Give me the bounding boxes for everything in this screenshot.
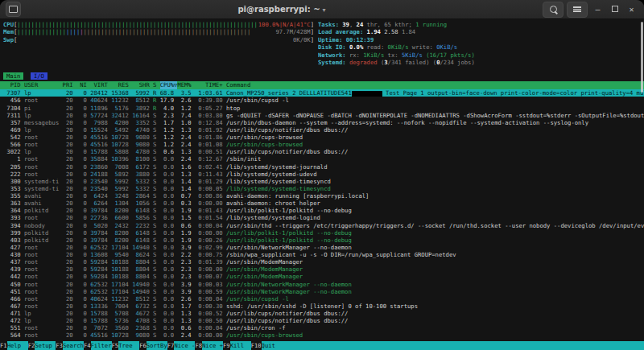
redacted-text [352,91,382,97]
stats-line-4: Network: rx: 1KiB/s tx: 5KiB/s (16/17 pk… [318,51,641,59]
search-icon [550,6,557,13]
process-row[interactable]: 456 root 20 0 40624 11232 8512 R 17.9 2.… [0,97,644,104]
scrollbar-thumb[interactable] [641,22,643,93]
process-row[interactable]: 364 polkitd 20 0 39784 8200 6148 S 0.0 1… [0,207,644,214]
header-cols-right[interactable]: MEM% TIME+ Command [177,81,250,89]
process-row[interactable]: 467 root 20 0 13336 7004 6732 S 0.0 1.7 … [0,303,644,310]
fkey-f4[interactable]: F4 [84,341,91,350]
fkey-f6[interactable]: F6 [139,341,147,350]
stats-line-5: Systemd: degraded (3/341 failed) (0/234 … [318,59,641,66]
process-row[interactable]: 357 messagebus 20 0 7988 4200 3352 S 1.7… [0,119,644,126]
process-row[interactable]: 439 root 20 0 59284 10188 8804 S 0.0 2.3… [0,266,644,273]
process-row[interactable]: 442 root 20 0 59284 10188 8804 S 0.0 2.3… [0,273,644,280]
fkey-label-search[interactable]: Search [63,341,84,350]
mem-meter: Mem[||||||||||||||||||||||||||||||||||||… [3,28,314,35]
process-row[interactable]: 7311 lp 20 0 57724 32412 16164 S 2.3 7.4… [0,112,644,119]
table-header: PID USER PRI NI VIRT RES SHR S CPU%▽MEM%… [0,81,644,89]
meters-column: CPU[||||||||||||||||||||||||||||||||||||… [3,21,314,66]
process-list: 7307 lp 20 0 28412 15368 5992 R 68.8 3.5… [0,89,644,341]
process-row[interactable]: 205 root 20 0 23860 7008 6172 S 0.0 1.6 … [0,163,644,171]
tab-main[interactable]: Main [3,72,23,80]
mem-meter-value: 97.7M/428M [275,28,310,35]
process-row[interactable]: 394 nobody 20 0 5020 2432 2232 S 0.0 0.6… [0,222,644,229]
function-key-bar: F1Help F2Setup F3SearchF4FilterF5Tree F6… [0,341,644,350]
hamburger-icon [573,6,581,13]
fkey-label-filter[interactable]: Filter [91,341,112,350]
process-row[interactable]: 451 root 20 0 62532 17104 14940 S 0.0 3.… [0,288,644,295]
process-row[interactable]: 300 systemd-ti 20 0 23540 5992 5332 S 0.… [0,178,644,185]
htop-screen: CPU[||||||||||||||||||||||||||||||||||||… [0,19,644,350]
process-row[interactable]: 564 root 20 0 45516 10728 9080 S 0.0 2.4… [0,331,644,339]
fkey-label-quit[interactable]: Quit [262,341,644,350]
process-row[interactable]: 1 root 20 0 35884 10396 8100 S 0.0 2.4 0… [0,155,644,163]
maximize-button[interactable] [608,2,621,17]
process-row[interactable]: 472 lp 20 0 15788 5736 4708 S 0.0 1.3 0:… [0,317,644,324]
header-gap [0,66,644,72]
process-row[interactable]: 566 root 20 0 45516 10728 9080 S 1.2 2.4… [0,141,644,148]
fkey-f5[interactable]: F5 [112,341,119,350]
process-row[interactable]: 7304 pi 20 0 11896 5176 3892 R 4.0 1.2 0… [0,105,644,112]
fkey-label-nice[interactable]: Nice + [202,341,223,350]
menu-button[interactable] [567,2,588,18]
titlebar: pi@raspberrypi: ~▾ – ✕ [0,0,644,19]
process-row[interactable]: 469 lp 20 0 15524 5492 4740 S 1.2 1.3 0:… [0,126,644,134]
process-row[interactable]: 3022 lp 20 0 15788 5808 4780 S 0.6 1.3 0… [0,148,644,155]
fkey-label-nice[interactable]: Nice - [174,341,195,350]
fkey-f9[interactable]: F9 [223,341,230,350]
fkey-label-tree[interactable]: Tree [118,341,139,350]
htop-header: CPU[||||||||||||||||||||||||||||||||||||… [0,19,644,66]
terminal-window: pi@raspberrypi: ~▾ – ✕ CPU[|||||||||||||… [0,0,644,350]
maximize-icon [612,6,618,12]
process-row[interactable]: 466 root 20 0 40624 11232 8512 S 0.0 2.6… [0,295,644,303]
process-row[interactable]: 355 avahi 20 0 6424 3248 2864 S 0.0 0.7 … [0,192,644,200]
process-row[interactable]: 437 root 20 0 59284 10188 8804 S 0.0 2.3… [0,258,644,266]
process-row[interactable]: 353 systemd-ti 20 0 23540 5992 5332 S 0.… [0,185,644,192]
cpu-meter-bar: ||||||||||||||||||||||||||||||||||||||||… [17,21,258,28]
fkey-f3[interactable]: F3 [56,341,63,350]
search-button[interactable] [543,2,564,18]
process-row[interactable]: 450 root 20 0 62532 17104 14940 S 0.0 3.… [0,281,644,288]
close-button[interactable]: ✕ [625,2,638,17]
fkey-f8[interactable]: F8 [195,341,202,350]
header-col-cpu-sorted[interactable]: CPU%▽ [160,81,178,89]
cpu-meter-value: 100.0%|N/A|41°C [258,21,311,28]
fkey-label-setup[interactable]: Setup [35,341,56,350]
window-title: pi@raspberrypi: ~ [237,5,320,14]
stats-line-0: Tasks: 39, 24 thr, 65 kthr; 1 running [318,21,641,28]
minimize-button[interactable]: – [591,2,605,17]
process-row[interactable]: 427 root 20 0 62532 17104 14940 S 0.0 3.… [0,244,644,251]
swp-meter-value: 0K/0K [293,36,311,43]
process-row[interactable]: 363 avahi 20 0 6264 1304 1056 S 0.0 0.3 … [0,200,644,207]
process-row[interactable]: 222 root 20 0 24188 5892 3880 S 0.0 1.3 … [0,171,644,178]
mem-meter-bar: ||||||||||||||||||||||||||||||||||||||||… [17,28,275,35]
window-title-menu[interactable]: pi@raspberrypi: ~▾ [24,5,539,14]
header-cols-left[interactable]: PID USER PRI NI VIRT RES SHR S [3,81,160,89]
process-row[interactable]: 399 polkitd 20 0 39784 8200 6148 S 0.0 1… [0,229,644,237]
process-row[interactable]: 7307 lp 20 0 28412 15368 5992 R 68.8 3.5… [0,89,644,97]
stats-line-3: Disk IO: 0.0% read: 0KiB/s write: 0KiB/s [318,43,641,51]
process-row[interactable]: 551 root 20 0 7072 3560 2368 S 0.0 0.6 0… [0,324,644,331]
cpu-meter: CPU[||||||||||||||||||||||||||||||||||||… [3,21,314,28]
fkey-f7[interactable]: F7 [167,341,175,350]
fkey-f10[interactable]: F10 [251,341,262,350]
process-row[interactable]: 430 root 20 0 13608 9540 8624 S 0.0 2.2 … [0,251,644,258]
chevron-down-icon: ▾ [320,6,326,14]
process-row[interactable]: 542 root 20 0 45516 10728 9080 S 1.2 2.4… [0,134,644,141]
fkey-label-help[interactable]: Help [7,341,28,350]
swp-meter-bar [17,36,293,43]
fkey-label-sortby[interactable]: SortBy [147,341,167,350]
fkey-label-kill[interactable]: Kill [230,341,251,350]
stats-line-1: Load average: 1.94 2.58 1.84 [318,28,641,35]
stats-column: Tasks: 39, 24 thr, 65 kthr; 1 runningLoa… [314,21,641,66]
swp-meter: Swp[0K/0K] [3,36,314,43]
fkey-f1[interactable]: F1 [0,341,7,350]
terminal-app-icon [6,2,21,17]
fkey-f2[interactable]: F2 [28,341,35,350]
process-row[interactable]: 393 root 20 0 22736 6600 5856 S 0.0 1.5 … [0,214,644,221]
stats-line-2: Uptime: 00:12:39 [318,36,641,43]
process-row[interactable]: 403 polkitd 20 0 39784 8200 6148 S 0.0 1… [0,237,644,244]
process-row[interactable]: 471 lp 20 0 15788 5708 4672 S 0.0 1.3 0:… [0,310,644,317]
screen-tabs: Main I/O [0,72,644,80]
tab-io[interactable]: I/O [31,72,47,80]
